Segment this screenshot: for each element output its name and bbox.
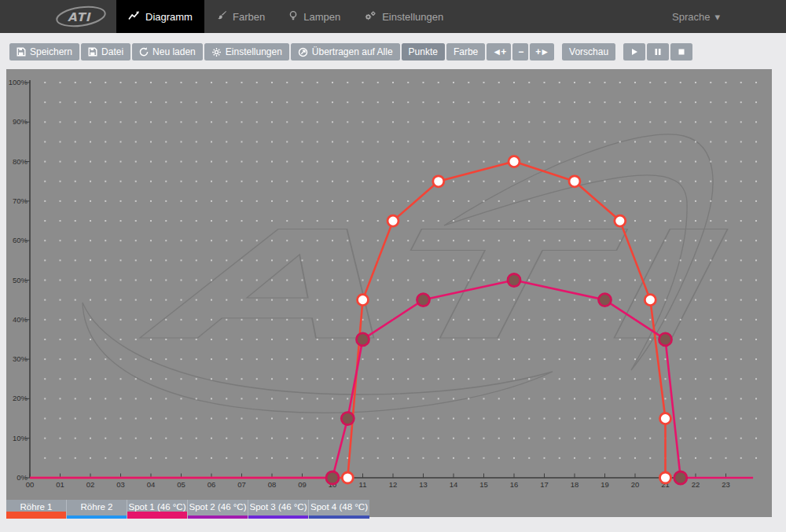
diagram-chart: ATI0001020304050607080910111213141516171… — [6, 69, 772, 517]
x-tick-label: 19 — [601, 480, 609, 489]
x-tick-label: 08 — [268, 480, 277, 489]
chart-point-roehre-1[interactable] — [645, 295, 656, 306]
chart-point-roehre-1[interactable] — [387, 215, 399, 226]
transfer-icon — [298, 47, 308, 57]
chart-point-spot-1[interactable] — [659, 333, 672, 346]
nav-tab-diagramm[interactable]: Diagramm — [116, 0, 204, 33]
chart-point-spot-1[interactable] — [341, 413, 354, 425]
pause-button[interactable] — [647, 43, 669, 61]
nav-tab-bar: DiagrammFarbenLampenEinstellungen — [116, 0, 455, 33]
chart-point-spot-1[interactable] — [417, 294, 430, 306]
chart-point-spot-1[interactable] — [674, 471, 687, 484]
y-tick-label: 20% — [13, 394, 28, 402]
nav-tab-farben[interactable]: Farben — [204, 0, 277, 33]
nav-tab-einstellungen[interactable]: Einstellungen — [352, 0, 455, 33]
series-tab-spot-4[interactable]: Spot 4 (48 °C) — [309, 500, 369, 519]
button-label: Einstellungen — [226, 46, 282, 57]
chart-point-spot-1[interactable] — [326, 471, 339, 484]
play-button[interactable] — [623, 43, 645, 61]
y-tick-label: 60% — [13, 236, 28, 244]
nav-tab-label: Diagramm — [145, 11, 193, 23]
series-tab-roehre-2[interactable]: Röhre 2 — [67, 500, 127, 519]
add-point-right-button[interactable]: +► — [530, 43, 554, 61]
nav-tab-label: Farben — [233, 11, 265, 23]
x-tick-label: 09 — [298, 480, 307, 489]
series-tab-roehre-1[interactable]: Röhre 1 — [6, 500, 67, 519]
x-tick-label: 01 — [56, 480, 64, 489]
speichern-button[interactable]: Speichern — [9, 43, 79, 61]
series-tab-spot-3[interactable]: Spot 3 (46 °C) — [248, 500, 309, 519]
bulb-icon — [288, 10, 298, 24]
stop-button[interactable] — [670, 43, 692, 61]
x-tick-label: 11 — [359, 480, 367, 489]
neu-laden-button[interactable]: Neu laden — [132, 43, 203, 61]
ati-logo: ATI — [55, 0, 107, 33]
chart-point-roehre-1[interactable] — [358, 295, 369, 306]
pause-icon — [654, 48, 662, 56]
ati-logo-icon: ATI — [55, 5, 107, 28]
series-color-underline — [309, 515, 369, 519]
y-tick-label: 40% — [13, 315, 28, 324]
button-label: Datei — [101, 46, 123, 57]
chart-point-roehre-1[interactable] — [433, 176, 444, 187]
punkte-button[interactable]: Punkte — [402, 43, 445, 61]
series-tab-spot-1[interactable]: Spot 1 (46 °C) — [127, 500, 188, 519]
x-tick-label: 06 — [208, 480, 216, 489]
chart-point-spot-1[interactable] — [599, 294, 612, 306]
x-tick-label: 12 — [389, 480, 398, 489]
series-color-underline — [127, 512, 187, 519]
chart-point-roehre-1[interactable] — [660, 413, 671, 424]
x-tick-label: 22 — [692, 480, 700, 489]
chevron-down-icon: ▾ — [714, 11, 720, 23]
ati-watermark: ATI — [83, 134, 729, 413]
chart-point-spot-1[interactable] — [508, 274, 520, 287]
floppy-icon — [17, 47, 26, 57]
language-label: Sprache — [672, 11, 710, 23]
series-tab-spot-2[interactable]: Spot 2 (46 °C) — [188, 500, 248, 519]
y-tick-label: 10% — [13, 434, 28, 442]
button-label: Neu laden — [152, 46, 196, 57]
app-root: ATI DiagrammFarbenLampenEinstellungen Sp… — [0, 0, 786, 532]
chart-icon — [128, 10, 140, 23]
datei-button[interactable]: Datei — [81, 43, 130, 61]
x-tick-label: 05 — [177, 480, 185, 489]
uebertragen-auf-alle-button[interactable]: Übertragen auf Alle — [291, 43, 400, 61]
gear-icon — [211, 47, 222, 57]
navbar: ATI DiagrammFarbenLampenEinstellungen Sp… — [0, 0, 786, 33]
chart-point-spot-1[interactable] — [357, 333, 369, 346]
y-tick-label: 100% — [9, 78, 28, 86]
main-content: SpeichernDateiNeu ladenEinstellungenÜber… — [0, 33, 786, 532]
x-tick-label: 15 — [479, 480, 488, 489]
add-point-left-button[interactable]: ◄+ — [487, 43, 511, 61]
chart-point-roehre-1[interactable] — [660, 472, 671, 483]
series-color-underline — [188, 515, 248, 519]
chart-point-roehre-1[interactable] — [569, 176, 580, 187]
button-label: Punkte — [409, 46, 438, 57]
x-tick-label: 23 — [722, 480, 730, 489]
chart-point-roehre-1[interactable] — [509, 156, 520, 167]
refresh-icon — [139, 47, 149, 57]
x-tick-label: 20 — [631, 480, 640, 489]
chart-point-roehre-1[interactable] — [342, 472, 353, 483]
button-label: − — [518, 46, 523, 57]
chart-point-roehre-1[interactable] — [615, 215, 626, 226]
y-tick-label: 80% — [13, 157, 28, 166]
y-tick-label: 50% — [13, 276, 28, 284]
button-label: Vorschau — [569, 46, 608, 57]
language-menu[interactable]: Sprache ▾ — [672, 0, 720, 33]
farbe-button[interactable]: Farbe — [446, 43, 485, 61]
remove-point-button[interactable]: − — [512, 43, 528, 61]
vorschau-button[interactable]: Vorschau — [562, 43, 615, 61]
y-tick-label: 90% — [13, 117, 28, 126]
button-label: Übertragen auf Alle — [312, 46, 393, 57]
x-tick-label: 18 — [571, 480, 579, 489]
gears-icon — [364, 10, 376, 24]
nav-tab-lampen[interactable]: Lampen — [277, 0, 352, 33]
einstellungen-button[interactable]: Einstellungen — [204, 43, 289, 61]
series-tab-bar: Röhre 1Röhre 2Spot 1 (46 °C)Spot 2 (46 °… — [6, 500, 369, 519]
x-tick-label: 04 — [147, 480, 156, 489]
series-color-underline — [67, 515, 127, 519]
x-tick-label: 14 — [450, 480, 458, 489]
x-tick-label: 02 — [86, 480, 95, 489]
button-label: Farbe — [454, 46, 478, 57]
